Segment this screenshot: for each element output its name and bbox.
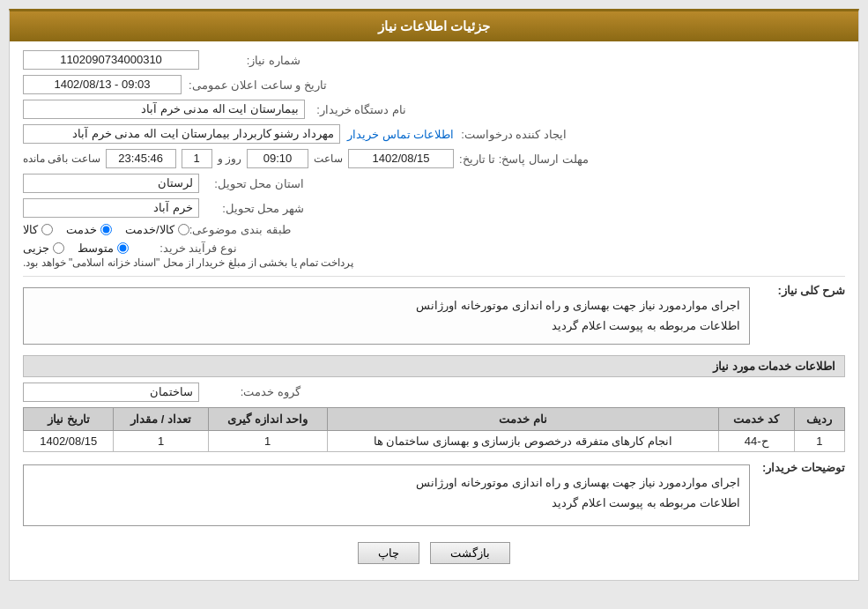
ostan-row: استان محل تحویل: لرستان (23, 174, 845, 193)
mohlat-mande: 23:45:46 (106, 149, 176, 168)
tosih-row: توضیحات خریدار: اجرای مواردمورد نیاز جهت… (23, 461, 845, 530)
sharh-line2: اطلاعات مربوطه به پیوست اعلام گردید (33, 316, 740, 336)
cell-radif: 1 (794, 430, 844, 451)
nooe-motawaset[interactable]: متوسط (78, 241, 129, 255)
shomare-niaz-row: شماره نیاز: 1102090734000310 (23, 50, 845, 70)
header-title: جزئیات اطلاعات نیاز (378, 19, 490, 33)
table-row: 1 ح-44 انجام کارهای متفرقه درخصوص بازساز… (24, 430, 845, 451)
group-khedmat-label: گروه خدمت: (199, 385, 305, 398)
mohlat-roz-label: روز و (218, 152, 241, 165)
services-table: ردیف کد خدمت نام خدمت واحد اندازه گیری ت… (23, 407, 845, 452)
ejad-konande-label: ایجاد کننده درخواست: (461, 128, 571, 141)
ejad-konande-value: مهرداد رشنو کاربردار بیمارستان ایت اله م… (23, 124, 340, 144)
col-tarikh: تاریخ نیاز (24, 407, 114, 430)
col-name: نام خدمت (327, 407, 718, 430)
tabaqe-xedmat[interactable]: خدمت (66, 223, 112, 236)
nooe-radio-group: متوسط جزیی (23, 241, 129, 255)
page-wrapper: جزئیات اطلاعات نیاز شماره نیاز: 11020907… (0, 0, 868, 609)
nooe-notice: پرداخت تمام یا بخشی از مبلغ خریدار از مح… (23, 256, 358, 269)
header-bar: جزئیات اطلاعات نیاز (10, 11, 858, 41)
cell-tedad: 1 (114, 430, 208, 451)
ejad-konande-row: ایجاد کننده درخواست: اطلاعات تماس خریدار… (23, 124, 845, 144)
ostan-value: لرستان (23, 174, 199, 193)
tabaqe-kala[interactable]: کالا (23, 223, 53, 236)
nooe-label: نوع فرآیند خرید: (136, 241, 241, 255)
tabaqe-label: طبقه بندی موضوعی: (189, 223, 295, 236)
mohlat-saat-label: ساعت (314, 152, 343, 165)
group-khedmat-value: ساختمان (23, 382, 199, 402)
cell-kod: ح-44 (718, 430, 794, 451)
tarikh-elaan-row: تاریخ و ساعت اعلان عمومی: 1402/08/13 - 0… (23, 75, 845, 94)
shomare-niaz-value: 1102090734000310 (23, 50, 199, 70)
ejad-konande-link[interactable]: اطلاعات تماس خریدار (347, 128, 454, 141)
name-dastgah-label: نام دستگاه خریدار: (305, 103, 411, 116)
tabaqe-row: طبقه بندی موضوعی: کالا/خدمت خدمت کالا (23, 223, 845, 236)
services-table-body: 1 ح-44 انجام کارهای متفرقه درخصوص بازساز… (24, 430, 845, 451)
name-dastgah-value: بیمارستان ایت اله مدنی خرم آباد (23, 100, 305, 119)
mohlat-date: 1402/08/15 (348, 149, 454, 168)
col-vahad: واحد اندازه گیری (208, 407, 327, 430)
cell-vahad: 1 (208, 430, 327, 451)
mohlat-mande-label: ساعت باقی مانده (23, 152, 100, 165)
tosih-line1: اجرای مواردمورد نیاز جهت بهسازی و راه ان… (33, 472, 740, 493)
mohlat-label: مهلت ارسال پاسخ: تا تاریخ: (459, 152, 593, 166)
col-kod: کد خدمت (718, 407, 794, 430)
ostan-label: استان محل تحویل: (203, 177, 308, 190)
shahr-value: خرم آباد (23, 198, 199, 218)
tarikh-elaan-label: تاریخ و ساعت اعلان عمومی: (189, 78, 331, 92)
mohlat-saat: 09:10 (247, 149, 308, 168)
group-khedmat-row: گروه خدمت: ساختمان (23, 382, 845, 402)
shahr-group: شهر محل تحویل: خرم آباد (23, 198, 308, 218)
shahr-row: شهر محل تحویل: خرم آباد (23, 198, 845, 218)
print-button[interactable]: چاپ (358, 542, 419, 564)
tarikh-elaan-value: 1402/08/13 - 09:03 (23, 75, 182, 94)
services-section-title: اطلاعات خدمات مورد نیاز (23, 355, 845, 377)
col-radif: ردیف (794, 407, 844, 430)
tabaqe-radio-group: کالا/خدمت خدمت کالا (23, 223, 189, 236)
mohlat-roz: 1 (182, 149, 212, 168)
sharh-line1: اجرای مواردمورد نیاز جهت بهسازی و راه ان… (33, 295, 740, 316)
divider1 (23, 276, 845, 277)
shomare-niaz-label: شماره نیاز: (199, 54, 305, 67)
col-tedad: تعداد / مقدار (114, 407, 208, 430)
sharh-row: شرح کلی نیاز: اجرای مواردمورد نیاز جهت ب… (23, 284, 845, 348)
nooe-jozi[interactable]: جزیی (23, 241, 64, 255)
services-header-row: ردیف کد خدمت نام خدمت واحد اندازه گیری ت… (24, 407, 845, 430)
tosih-label: توضیحات خریدار: (757, 461, 845, 474)
tabaqe-kala-xedmat[interactable]: کالا/خدمت (125, 223, 189, 236)
buttons-row: بازگشت چاپ (23, 542, 845, 564)
cell-name: انجام کارهای متفرقه درخصوص بازسازی و بهس… (327, 430, 718, 451)
main-container: جزئیات اطلاعات نیاز شماره نیاز: 11020907… (9, 9, 859, 581)
sharh-content: اجرای مواردمورد نیاز جهت بهسازی و راه ان… (23, 287, 750, 345)
cell-tarikh: 1402/08/15 (24, 430, 114, 451)
content-area: شماره نیاز: 1102090734000310 تاریخ و ساع… (10, 41, 858, 580)
mohlat-row: مهلت ارسال پاسخ: تا تاریخ: 1402/08/15 سا… (23, 149, 845, 168)
nooe-farayand-row: نوع فرآیند خرید: متوسط جزیی پرداخت تمام … (23, 241, 845, 269)
services-table-head: ردیف کد خدمت نام خدمت واحد اندازه گیری ت… (24, 407, 845, 430)
name-dastgah-row: نام دستگاه خریدار: بیمارستان ایت اله مدن… (23, 100, 845, 119)
tosih-content: اجرای مواردمورد نیاز جهت بهسازی و راه ان… (23, 464, 750, 526)
shahr-label: شهر محل تحویل: (203, 202, 308, 215)
sharh-label: شرح کلی نیاز: (757, 284, 845, 297)
back-button[interactable]: بازگشت (430, 542, 510, 564)
tosih-line2: اطلاعات مربوطه به پیوست اعلام گردید (33, 493, 740, 513)
ostan-group: استان محل تحویل: لرستان (23, 174, 308, 193)
